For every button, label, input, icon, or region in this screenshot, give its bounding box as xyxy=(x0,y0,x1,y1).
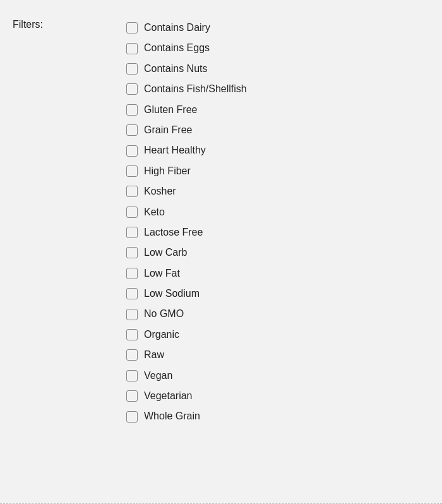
filter-item-organic[interactable]: Organic xyxy=(126,325,247,345)
label-no-gmo[interactable]: No GMO xyxy=(144,307,184,321)
filter-item-grain-free[interactable]: Grain Free xyxy=(126,120,247,140)
filter-item-heart-healthy[interactable]: Heart Healthy xyxy=(126,140,247,160)
checkbox-no-gmo[interactable] xyxy=(126,309,138,320)
checkbox-raw[interactable] xyxy=(126,349,138,361)
label-low-fat[interactable]: Low Fat xyxy=(144,267,180,280)
filter-item-raw[interactable]: Raw xyxy=(126,345,247,365)
checkbox-grain-free[interactable] xyxy=(126,124,138,136)
label-contains-nuts[interactable]: Contains Nuts xyxy=(144,62,208,76)
filter-item-contains-nuts[interactable]: Contains Nuts xyxy=(126,59,247,79)
label-keto[interactable]: Keto xyxy=(144,205,165,219)
label-contains-eggs[interactable]: Contains Eggs xyxy=(144,41,210,55)
checkbox-keto[interactable] xyxy=(126,207,138,218)
label-heart-healthy[interactable]: Heart Healthy xyxy=(144,143,206,157)
label-grain-free[interactable]: Grain Free xyxy=(144,123,192,137)
checkbox-contains-dairy[interactable] xyxy=(126,22,138,33)
checkbox-organic[interactable] xyxy=(126,329,138,340)
checkbox-contains-nuts[interactable] xyxy=(126,63,138,75)
label-contains-fish-shellfish[interactable]: Contains Fish/Shellfish xyxy=(144,82,247,96)
filters-label: Filters: xyxy=(13,18,126,491)
filter-item-low-sodium[interactable]: Low Sodium xyxy=(126,284,247,304)
filter-item-kosher[interactable]: Kosher xyxy=(126,181,247,201)
checkbox-whole-grain[interactable] xyxy=(126,411,138,423)
checkbox-low-carb[interactable] xyxy=(126,247,138,258)
filter-item-lactose-free[interactable]: Lactose Free xyxy=(126,222,247,243)
label-contains-dairy[interactable]: Contains Dairy xyxy=(144,21,210,35)
label-kosher[interactable]: Kosher xyxy=(144,184,176,198)
label-high-fiber[interactable]: High Fiber xyxy=(144,164,191,178)
label-lactose-free[interactable]: Lactose Free xyxy=(144,225,203,239)
checkbox-low-fat[interactable] xyxy=(126,268,138,279)
label-whole-grain[interactable]: Whole Grain xyxy=(144,409,200,423)
label-vegan[interactable]: Vegan xyxy=(144,369,172,383)
filter-item-high-fiber[interactable]: High Fiber xyxy=(126,161,247,181)
checkbox-high-fiber[interactable] xyxy=(126,165,138,177)
filter-item-no-gmo[interactable]: No GMO xyxy=(126,304,247,324)
page-container: Filters: Contains DairyContains EggsCont… xyxy=(0,0,442,504)
checkbox-low-sodium[interactable] xyxy=(126,288,138,299)
filter-item-gluten-free[interactable]: Gluten Free xyxy=(126,100,247,120)
filter-item-keto[interactable]: Keto xyxy=(126,202,247,222)
checkbox-lactose-free[interactable] xyxy=(126,227,138,238)
checkbox-kosher[interactable] xyxy=(126,186,138,197)
filter-item-vegetarian[interactable]: Vegetarian xyxy=(126,386,247,406)
checkbox-contains-fish-shellfish[interactable] xyxy=(126,83,138,95)
label-organic[interactable]: Organic xyxy=(144,328,179,342)
filter-item-contains-eggs[interactable]: Contains Eggs xyxy=(126,38,247,58)
filter-item-low-carb[interactable]: Low Carb xyxy=(126,243,247,263)
checkbox-heart-healthy[interactable] xyxy=(126,145,138,157)
filter-item-contains-dairy[interactable]: Contains Dairy xyxy=(126,18,247,38)
label-raw[interactable]: Raw xyxy=(144,348,164,362)
checkbox-contains-eggs[interactable] xyxy=(126,43,138,54)
checkbox-vegan[interactable] xyxy=(126,370,138,381)
label-low-sodium[interactable]: Low Sodium xyxy=(144,287,200,301)
checkbox-vegetarian[interactable] xyxy=(126,390,138,402)
filters-list: Contains DairyContains EggsContains Nuts… xyxy=(126,18,247,491)
filter-item-vegan[interactable]: Vegan xyxy=(126,366,247,386)
filter-item-low-fat[interactable]: Low Fat xyxy=(126,263,247,284)
label-low-carb[interactable]: Low Carb xyxy=(144,246,187,260)
filter-item-whole-grain[interactable]: Whole Grain xyxy=(126,406,247,426)
label-vegetarian[interactable]: Vegetarian xyxy=(144,389,193,403)
checkbox-gluten-free[interactable] xyxy=(126,104,138,116)
label-gluten-free[interactable]: Gluten Free xyxy=(144,103,197,117)
filter-item-contains-fish-shellfish[interactable]: Contains Fish/Shellfish xyxy=(126,79,247,99)
